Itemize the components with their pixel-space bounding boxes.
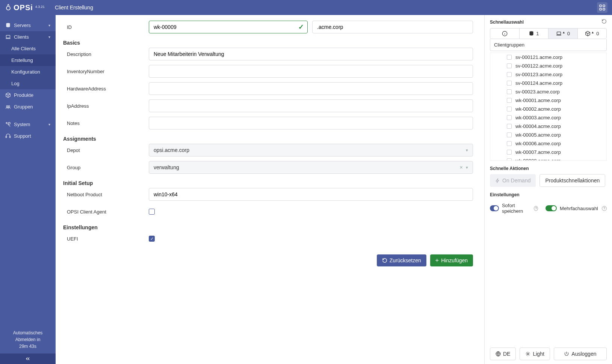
list-item[interactable]: wk-00008.acme.corp xyxy=(490,156,606,161)
checkbox[interactable] xyxy=(507,107,512,111)
inventory-input[interactable] xyxy=(149,65,473,78)
refresh-button[interactable] xyxy=(601,19,607,25)
netboot-input[interactable] xyxy=(149,188,473,201)
sidebar-item-config[interactable]: Konfiguration xyxy=(0,66,56,78)
list-item[interactable]: sv-000121.acme.corp xyxy=(490,53,606,62)
hardware-input[interactable] xyxy=(149,82,473,95)
list-item[interactable]: wk-00006.acme.corp xyxy=(490,139,606,148)
depot-select[interactable]: opsi.acme.corp ▾ xyxy=(149,144,473,156)
sidebar-item-groups[interactable]: Gruppen xyxy=(0,101,56,113)
add-button[interactable]: + Hinzufügen xyxy=(430,254,473,266)
svg-rect-14 xyxy=(557,32,561,35)
right-settings-title: Einstellungen xyxy=(490,192,607,197)
language-button[interactable]: DE xyxy=(490,347,516,360)
group-select[interactable]: verwaltung ✕▾ xyxy=(149,161,473,174)
sidebar-label: Gruppen xyxy=(14,104,33,110)
uefi-checkbox[interactable]: ✓ xyxy=(149,236,155,242)
client-list[interactable]: sv-000121.acme.corpsv-000122.acme.corpsv… xyxy=(490,53,606,161)
checkbox[interactable] xyxy=(507,158,512,161)
save-immediate-toggle[interactable] xyxy=(490,205,499,211)
sidebar-item-clients[interactable]: Clients ▾ xyxy=(0,31,56,43)
sidebar-item-support[interactable]: Support xyxy=(0,130,56,142)
auto-logout-time: 29m 43s xyxy=(3,343,53,350)
sidebar-label: Konfiguration xyxy=(11,69,40,75)
tab-clients[interactable]: ▴ 0 xyxy=(549,29,578,39)
checkbox[interactable] xyxy=(507,124,512,129)
help-icon[interactable]: ? xyxy=(602,206,607,211)
quick-select-tabs: 1 ▴ 0 ▴ 0 xyxy=(490,28,607,39)
sidebar-item-servers[interactable]: Servers ▾ xyxy=(0,20,56,31)
svg-rect-1 xyxy=(600,5,601,7)
list-item[interactable]: wk-00003.acme.corp xyxy=(490,113,606,122)
logout-button[interactable]: Ausloggen xyxy=(554,347,607,360)
tab-info[interactable] xyxy=(490,29,520,39)
groups-icon xyxy=(5,104,11,110)
list-item[interactable]: wk-00004.acme.corp xyxy=(490,122,606,131)
svg-rect-2 xyxy=(603,5,605,7)
client-name: sv-00023.acme.corp xyxy=(515,89,560,95)
domain-input[interactable] xyxy=(312,21,473,33)
svg-point-7 xyxy=(6,105,8,107)
info-icon xyxy=(502,31,508,36)
section-initial-setup: Initial Setup xyxy=(63,178,473,188)
power-icon xyxy=(564,351,569,356)
sidebar-collapse-button[interactable] xyxy=(0,353,56,364)
list-item[interactable]: sv-000123.acme.corp xyxy=(490,70,606,79)
list-item[interactable]: wk-00007.acme.corp xyxy=(490,148,606,156)
description-input[interactable] xyxy=(149,48,473,60)
checkbox[interactable] xyxy=(507,72,512,77)
sidebar-label: Clients xyxy=(14,34,29,40)
ip-input[interactable] xyxy=(149,99,473,112)
svg-rect-6 xyxy=(6,35,10,38)
sidebar-label: Support xyxy=(14,133,31,139)
svg-point-8 xyxy=(8,105,10,107)
multi-select-toggle[interactable] xyxy=(546,205,557,211)
reset-button[interactable]: Zurücksetzen xyxy=(377,254,426,266)
checkbox[interactable] xyxy=(507,115,512,120)
list-item[interactable]: wk-00002.acme.corp xyxy=(490,105,606,113)
list-item[interactable]: sv-00023.acme.corp xyxy=(490,87,606,96)
check-icon: ✓ xyxy=(298,23,304,31)
sidebar-item-log[interactable]: Log xyxy=(0,78,56,89)
database-icon xyxy=(529,31,534,36)
sidebar-item-create[interactable]: Erstellung xyxy=(0,54,56,66)
client-groups-header[interactable]: Clientgruppen xyxy=(490,39,607,51)
tab-depots[interactable]: 1 xyxy=(520,29,549,39)
agent-checkbox[interactable] xyxy=(149,209,155,215)
list-item[interactable]: sv-000124.acme.corp xyxy=(490,79,606,87)
sidebar-item-system[interactable]: System ▾ xyxy=(0,119,56,130)
checkbox[interactable] xyxy=(507,89,512,94)
sidebar-item-all-clients[interactable]: Alle Clients xyxy=(0,43,56,54)
checkbox[interactable] xyxy=(507,141,512,146)
notes-input[interactable] xyxy=(149,117,473,129)
depot-label: Depot xyxy=(67,147,80,153)
database-icon xyxy=(5,23,11,28)
checkbox[interactable] xyxy=(507,98,512,103)
id-input[interactable] xyxy=(149,21,308,33)
clear-icon[interactable]: ✕ xyxy=(459,165,463,170)
tab-products[interactable]: ▴ 0 xyxy=(578,29,607,39)
checkbox[interactable] xyxy=(507,150,512,155)
help-icon[interactable]: ? xyxy=(534,206,538,211)
save-immediate-label: Sofort speichern xyxy=(502,203,530,214)
list-item[interactable]: sv-000122.acme.corp xyxy=(490,62,606,70)
product-quick-actions-button[interactable]: Produktschnellaktionen xyxy=(539,174,605,187)
checkbox[interactable] xyxy=(507,55,512,60)
client-name: wk-00008.acme.corp xyxy=(515,158,561,161)
svg-point-9 xyxy=(8,122,10,124)
depot-value: opsi.acme.corp xyxy=(154,147,189,153)
theme-button[interactable]: Light xyxy=(520,347,550,360)
quick-select-title: Schnellauswahl xyxy=(490,20,524,25)
list-item[interactable]: wk-00001.acme.corp xyxy=(490,96,606,105)
checkbox[interactable] xyxy=(507,81,512,86)
checkbox[interactable] xyxy=(507,63,512,68)
sidebar-item-products[interactable]: Produkte xyxy=(0,89,56,101)
svg-point-0 xyxy=(6,6,10,10)
chevron-down-icon: ▾ xyxy=(48,35,50,39)
client-name: sv-000121.acme.corp xyxy=(515,54,562,60)
checkbox[interactable] xyxy=(507,132,512,137)
list-item[interactable]: wk-00005.acme.corp xyxy=(490,131,606,139)
grid-menu-button[interactable] xyxy=(597,2,607,13)
sidebar-label: Erstellung xyxy=(11,57,33,63)
laptop-icon xyxy=(556,31,562,36)
